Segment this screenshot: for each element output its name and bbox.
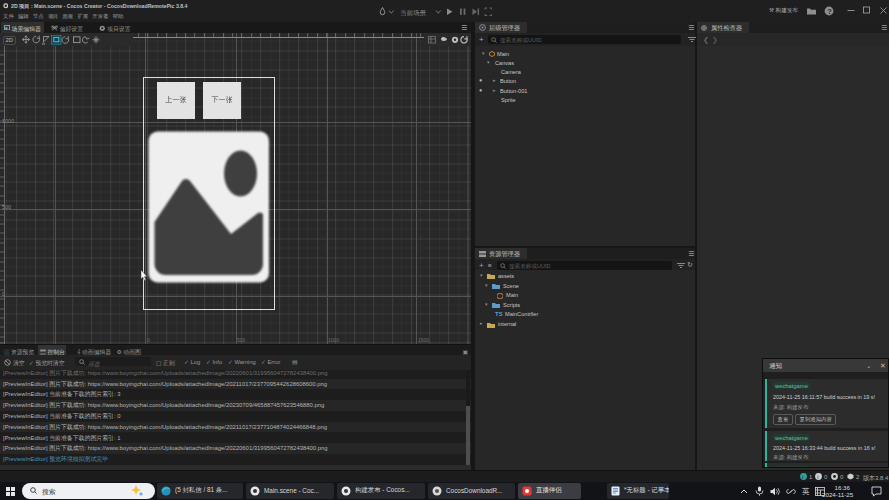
svg-text:当前场景: 当前场景 xyxy=(400,8,427,16)
svg-text:i: i xyxy=(802,474,803,480)
svg-text:?: ? xyxy=(827,7,832,16)
svg-text:i: i xyxy=(817,474,818,480)
